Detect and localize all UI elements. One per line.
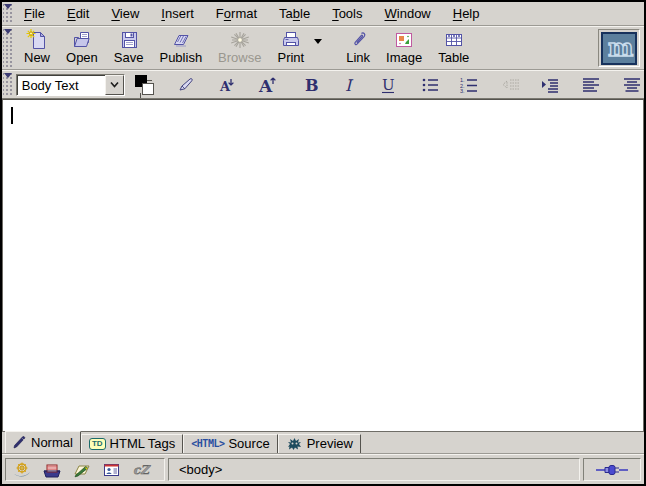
composer-window: File Edit View Insert Format Table Tools…: [0, 0, 646, 486]
italic-icon: I: [342, 76, 356, 94]
image-button[interactable]: Image: [378, 28, 430, 68]
numbered-list-button[interactable]: 1. 2. 3.: [457, 73, 480, 97]
svg-text:I: I: [345, 76, 354, 94]
component-bar: cZ: [5, 458, 165, 481]
main-toolbar: New Open: [2, 26, 644, 70]
online-status-panel[interactable]: [583, 458, 641, 481]
pen-icon: [13, 436, 27, 449]
image-icon: [394, 30, 414, 50]
menu-file[interactable]: File: [16, 3, 53, 24]
bold-icon: B: [302, 76, 318, 94]
button-label: New: [24, 50, 50, 65]
align-center-button[interactable]: [621, 73, 644, 97]
table-icon: [443, 30, 465, 50]
italic-button[interactable]: I: [337, 73, 360, 97]
link-button[interactable]: Link: [338, 28, 378, 68]
editor-canvas[interactable]: [2, 99, 644, 432]
print-icon: [280, 30, 302, 50]
svg-text:3.: 3.: [460, 88, 465, 93]
addressbook-icon[interactable]: [100, 461, 123, 479]
underline-icon: U: [380, 76, 396, 94]
menu-view[interactable]: View: [103, 3, 147, 24]
element-path-panel: <body>: [168, 458, 580, 481]
indent-icon: [540, 77, 559, 93]
tab-source[interactable]: <HTML> Source: [183, 434, 277, 453]
decrease-font-icon: A: [218, 76, 236, 94]
table-button[interactable]: Table: [430, 28, 477, 68]
menu-tools[interactable]: Tools: [324, 3, 370, 24]
tab-normal[interactable]: Normal: [5, 431, 81, 453]
print-dropdown-arrow[interactable]: [312, 28, 324, 68]
publish-icon: [169, 30, 193, 50]
open-button[interactable]: Open: [58, 28, 106, 68]
align-center-icon: [623, 77, 641, 92]
text-caret: [11, 107, 13, 124]
new-button[interactable]: New: [16, 28, 58, 68]
mozilla-preview-icon: [286, 437, 303, 450]
format-toolbar: Body Text A A: [2, 70, 644, 99]
print-button[interactable]: Print: [269, 28, 312, 68]
indent-button[interactable]: [538, 73, 561, 97]
outdent-button[interactable]: [499, 73, 522, 97]
menu-window[interactable]: Window: [377, 3, 439, 24]
toolbar-grippy[interactable]: [3, 28, 13, 68]
button-label: Print: [277, 50, 304, 65]
button-label: Publish: [159, 50, 202, 65]
bold-button[interactable]: B: [298, 73, 321, 97]
browse-button[interactable]: Browse: [210, 28, 269, 68]
button-label: Image: [386, 50, 422, 65]
bullet-list-icon: [421, 77, 439, 93]
tab-label: HTML Tags: [110, 436, 176, 451]
mail-icon[interactable]: [40, 461, 63, 479]
menu-edit[interactable]: Edit: [59, 3, 97, 24]
chatzilla-letters: cZ: [133, 463, 151, 477]
text-color-picker[interactable]: [135, 74, 156, 96]
toolbar-grippy[interactable]: [3, 72, 13, 97]
highlight-pen-icon: [177, 77, 195, 93]
numbered-list-icon: 1. 2. 3.: [460, 77, 478, 93]
tab-label: Normal: [31, 435, 73, 450]
browse-icon: [229, 30, 251, 50]
svg-text:A: A: [219, 79, 231, 94]
navigator-icon[interactable]: [10, 461, 33, 479]
mozilla-logo-button[interactable]: m: [598, 29, 640, 67]
tab-label: Source: [228, 436, 269, 451]
menu-insert[interactable]: Insert: [153, 3, 202, 24]
menu-table[interactable]: Table: [271, 3, 318, 24]
composer-icon[interactable]: [70, 461, 93, 479]
svg-text:A: A: [258, 76, 273, 95]
svg-text:B: B: [305, 76, 318, 94]
background-color-swatch[interactable]: [142, 83, 154, 95]
underline-button[interactable]: U: [377, 73, 400, 97]
outdent-icon: [501, 77, 520, 93]
button-label: Open: [66, 50, 98, 65]
edit-mode-tabbar: Normal TD HTML Tags <HTML> Source Previe…: [2, 432, 644, 454]
align-left-icon: [582, 77, 600, 92]
toolbar-grippy[interactable]: [3, 3, 13, 24]
link-icon: [348, 30, 368, 50]
highlight-pen-button[interactable]: [174, 73, 197, 97]
td-tag-icon: TD: [89, 438, 106, 450]
save-floppy-icon: [119, 30, 139, 50]
button-label: Save: [114, 50, 144, 65]
align-left-button[interactable]: [579, 73, 602, 97]
increase-font-icon: A: [258, 75, 278, 95]
bullet-list-button[interactable]: [418, 73, 441, 97]
chatzilla-icon[interactable]: cZ: [130, 461, 153, 479]
html-markup-icon: <HTML>: [191, 438, 224, 449]
tab-html-tags[interactable]: TD HTML Tags: [81, 434, 183, 453]
tab-preview[interactable]: Preview: [278, 434, 361, 453]
chevron-down-icon[interactable]: [105, 75, 124, 95]
save-button[interactable]: Save: [106, 28, 152, 68]
menu-help[interactable]: Help: [445, 3, 488, 24]
online-plug-icon: [595, 464, 629, 476]
menu-format[interactable]: Format: [208, 3, 265, 24]
menu-bar: File Edit View Insert Format Table Tools…: [2, 2, 644, 26]
publish-button[interactable]: Publish: [151, 28, 210, 68]
tab-label: Preview: [307, 436, 353, 451]
increase-font-size-button[interactable]: A: [257, 73, 280, 97]
svg-text:U: U: [382, 76, 395, 94]
element-path: <body>: [179, 462, 222, 477]
paragraph-style-select[interactable]: Body Text: [16, 74, 125, 96]
decrease-font-size-button[interactable]: A: [215, 73, 238, 97]
